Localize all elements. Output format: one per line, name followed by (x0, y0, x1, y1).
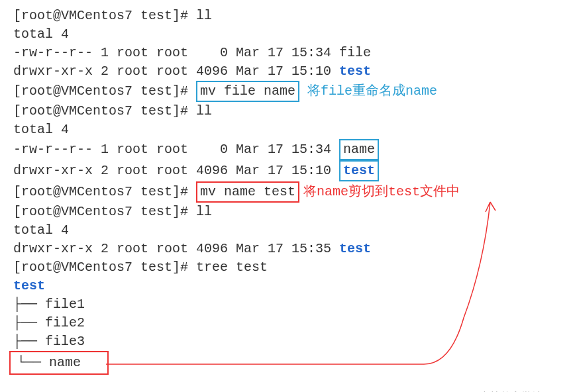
terminal-line: [root@VMCentos7 test]# ll (13, 203, 560, 221)
terminal-line: -rw-r--r-- 1 root root 0 Mar 17 15:34 na… (13, 139, 560, 160)
mv-command-box: mv name test (196, 181, 299, 203)
terminal-line: total 4 (13, 121, 560, 139)
terminal-line: drwxr-xr-x 2 root root 4096 Mar 17 15:10… (13, 62, 560, 81)
dir-row-prefix: drwxr-xr-x 2 root root 4096 Mar 17 15:10 (13, 163, 339, 178)
tree-root-name: test (13, 278, 45, 293)
file-row-prefix: -rw-r--r-- 1 root root 0 Mar 17 15:34 (13, 142, 339, 157)
dir-row-prefix: drwxr-xr-x 2 root root 4096 Mar 17 15:10 (13, 64, 339, 79)
terminal-line: total 4 (13, 221, 560, 240)
terminal-line: total 4 (13, 25, 560, 44)
tree-file: ├── file3 (13, 334, 85, 349)
prompt: [root@VMCentos7 test]# (13, 184, 196, 199)
name-box: name (339, 139, 379, 160)
tree-item: └── name (13, 351, 560, 375)
prompt: [root@VMCentos7 test]# tree test (13, 260, 268, 275)
test-box: test (339, 160, 379, 181)
total: total 4 (13, 222, 69, 238)
terminal-line: [root@VMCentos7 test]# ll (13, 7, 560, 25)
terminal-line: [root@VMCentos7 test]# mv name test将name… (13, 181, 560, 203)
tree-file: ├── file2 (13, 315, 85, 330)
dir-name: test (339, 64, 371, 79)
watermark: CSDN @小林熬夜学编程 (435, 389, 553, 392)
annotation-move: 将name剪切到test文件中 (303, 184, 460, 199)
terminal-line: [root@VMCentos7 test]# mv file name将file… (13, 81, 560, 102)
prompt: [root@VMCentos7 test]# ll (13, 103, 212, 119)
terminal-line: [root@VMCentos7 test]# ll (13, 102, 560, 121)
tree-item: ├── file3 (13, 332, 560, 351)
total: total 4 (13, 122, 69, 137)
mv-command-box: mv file name (196, 81, 299, 102)
prompt: [root@VMCentos7 test]# ll (13, 204, 212, 219)
terminal-line: drwxr-xr-x 2 root root 4096 Mar 17 15:10… (13, 160, 560, 181)
total: total 4 (13, 26, 69, 42)
dir-row-prefix: drwxr-xr-x 2 root root 4096 Mar 17 15:35 (13, 241, 339, 256)
terminal-line: [root@VMCentos7 test]# tree test (13, 258, 560, 277)
tree-root: test (13, 277, 560, 295)
prompt: [root@VMCentos7 test]# ll (13, 8, 212, 23)
dir-name: test (339, 241, 371, 256)
terminal-line: -rw-r--r-- 1 root root 0 Mar 17 15:34 fi… (13, 44, 560, 62)
terminal-line: drwxr-xr-x 2 root root 4096 Mar 17 15:35… (13, 240, 560, 258)
tree-item: ├── file2 (13, 314, 560, 332)
file-row: -rw-r--r-- 1 root root 0 Mar 17 15:34 fi… (13, 45, 371, 60)
tree-file: ├── file1 (13, 297, 85, 312)
tree-item: ├── file1 (13, 295, 560, 314)
annotation-rename: 将file重命名成name (307, 83, 437, 99)
dir-name: test (343, 163, 375, 178)
name-result-box: └── name (9, 351, 109, 375)
prompt: [root@VMCentos7 test]# (13, 83, 196, 99)
